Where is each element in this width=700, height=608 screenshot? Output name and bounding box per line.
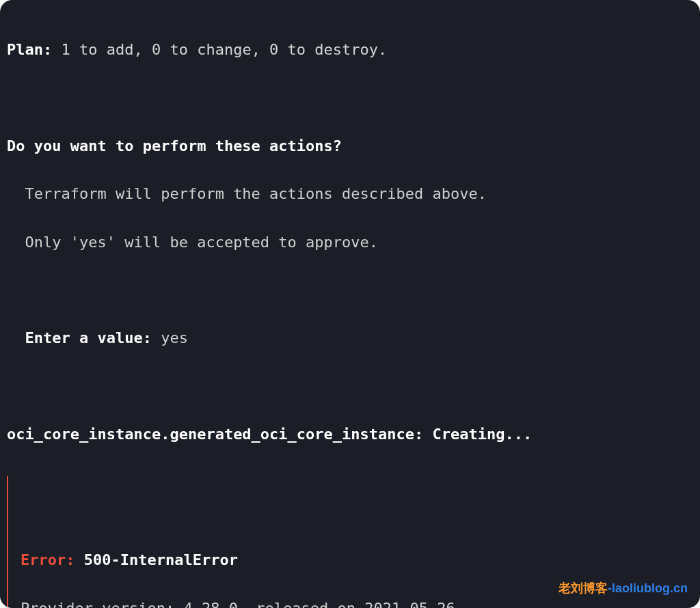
blank-1 <box>7 86 696 110</box>
error-label: Error: <box>21 551 84 568</box>
prompt-label: Enter a value: <box>7 329 152 346</box>
error-header: Error: 500-InternalError <box>21 548 696 572</box>
progress-line: oci_core_instance.generated_oci_core_ins… <box>7 422 696 446</box>
plan-line: Plan: 1 to add, 0 to change, 0 to destro… <box>7 38 696 61</box>
blank-4 <box>21 500 696 524</box>
watermark-cn: 老刘博客 <box>558 581 608 595</box>
blank-2 <box>7 278 696 302</box>
confirm-heading: Do you want to perform these actions? <box>7 134 696 158</box>
prompt-value[interactable]: yes <box>152 329 188 346</box>
plan-summary: 1 to add, 0 to change, 0 to destroy. <box>52 41 387 58</box>
blank-3 <box>7 374 696 398</box>
confirm-prompt: Enter a value: yes <box>7 326 696 350</box>
watermark-url: laoliublog.cn <box>612 581 688 595</box>
error-code: 500-InternalError <box>84 551 238 568</box>
terminal-output: Plan: 1 to add, 0 to change, 0 to destro… <box>0 0 700 608</box>
watermark: 老刘博客-laoliublog.cn <box>558 579 688 598</box>
plan-label: Plan: <box>7 41 52 58</box>
confirm-line1: Terraform will perform the actions descr… <box>7 182 696 206</box>
confirm-line2: Only 'yes' will be accepted to approve. <box>7 230 696 254</box>
